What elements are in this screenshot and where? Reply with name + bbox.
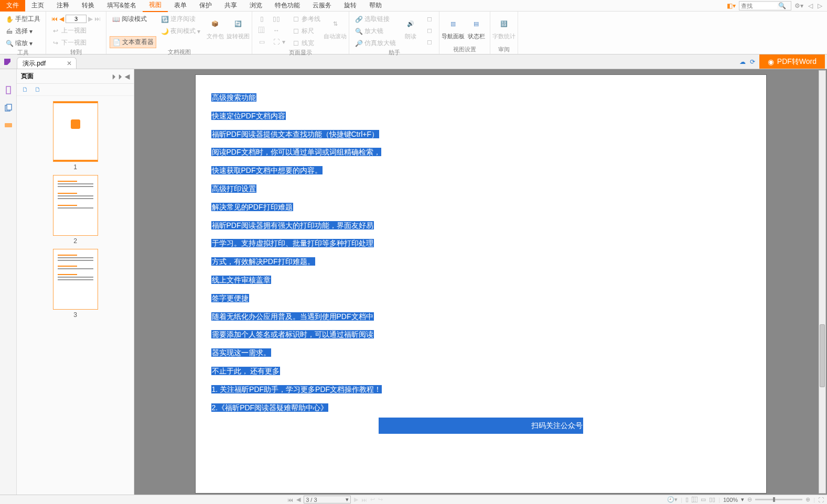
sb-layout1-icon[interactable]: ▯ [685,496,689,503]
zoom-slider[interactable] [755,499,802,500]
text-line: 快速定位PDF文档内容 [211,112,286,120]
reading-mode[interactable]: 📖阅读模式 [110,14,156,25]
guides-icon: ☐ [292,15,300,24]
menu-comment[interactable]: 注释 [50,0,76,12]
sb-zoom-in-icon[interactable]: ⊕ [805,496,810,503]
guides[interactable]: ☐参考线 [289,14,323,25]
document-viewer[interactable]: 高级搜索功能 快速定位PDF文档内容 福昕PDF阅读器提供文本查找功能（快捷键C… [134,69,827,495]
file-package[interactable]: 📦文件包 [205,14,225,43]
layout-1[interactable]: ▯ [255,14,268,24]
pick-link[interactable]: 🔗选取链接 [352,14,398,25]
assist-opt2[interactable]: ◻ [423,25,436,36]
prev-view[interactable]: ↩上一视图 [49,25,103,36]
document-tab[interactable]: 演示.pdf ✕ [17,57,77,69]
ribbon-group-viewset: ▥导航面板 ▤状态栏 视图设置 [439,12,490,54]
sim-magnifier[interactable]: 🔎仿真放大镜 [352,38,398,49]
close-tab-icon[interactable]: ✕ [67,60,72,67]
nav-collapse-icon[interactable]: ◀ [125,73,130,80]
thumbnail-1[interactable]: 1 [53,101,98,171]
bookmark-icon[interactable] [3,85,14,95]
speaker-icon: 🔊 [403,17,418,31]
next-view[interactable]: ↪下一视图 [49,37,103,48]
scrollbar-thumb[interactable] [820,324,825,387]
settings-icon[interactable]: ⚙▾ [793,2,805,9]
next-page-icon[interactable]: ▶ [88,15,93,23]
menu-browse[interactable]: 浏览 [243,0,268,12]
vertical-scrollbar[interactable] [819,70,826,494]
menu-share[interactable]: 共享 [218,0,243,12]
linewidth[interactable]: ☐线宽 [289,38,323,49]
menu-protect[interactable]: 保护 [193,0,218,12]
sb-next-icon[interactable]: ▶ [354,496,358,503]
sb-last-icon[interactable]: ⏭ [361,497,367,503]
nav-expand-icon[interactable]: ⏵⏵ [111,73,124,80]
layout-3[interactable]: ▭ [255,37,268,47]
hand-tool[interactable]: ✋手型工具 [3,14,42,25]
reverse-icon: 🔃 [160,15,169,24]
sb-first-icon[interactable]: ⏮ [287,497,293,503]
layout-4[interactable]: ▯▯ [270,14,287,24]
reverse-reading[interactable]: 🔃逆序阅读 [158,14,202,25]
pdf-to-word-button[interactable]: ◉ PDF转Word [759,54,825,69]
prev-page-icon[interactable]: ◀ [59,15,64,23]
search-icon[interactable]: 🔍 [777,2,787,9]
prev-match-icon[interactable]: ◁ [807,2,814,9]
menu-cloud[interactable]: 云服务 [306,0,338,12]
magnifier[interactable]: 🔍放大镜 [352,26,398,37]
sb-prev-view-icon[interactable]: ↩ [370,496,375,503]
sb-zoom-out-icon[interactable]: ⊖ [747,496,752,503]
assist-opt3[interactable]: ◻ [423,37,436,47]
search-input[interactable] [739,3,777,9]
opt3-icon: ◻ [425,38,434,46]
menu-help[interactable]: 帮助 [363,0,388,12]
reading-bg[interactable]: 🌙夜间模式▾ [158,26,202,37]
sb-layout2-icon[interactable]: ⿲ [692,497,697,503]
read-aloud[interactable]: 🔊朗读 [400,14,421,43]
layout-6[interactable]: ⛶▾ [270,37,287,47]
page-number-input[interactable] [66,15,87,23]
sb-page-selector[interactable]: 3 / 3▾ [304,496,351,503]
pages-icon[interactable] [3,103,14,113]
sb-next-view-icon[interactable]: ↪ [378,496,383,503]
auto-scroll[interactable]: ⇅自动滚动 [325,14,346,43]
sb-fullscreen-icon[interactable]: ⛶ [818,497,824,503]
menu-convert[interactable]: 转换 [76,0,101,12]
word-count[interactable]: 🔢字数统计 [493,14,514,43]
layout-2[interactable]: ⿲ [255,25,268,36]
search-options-icon[interactable]: ◧▾ [725,2,737,9]
nav-toolbar: 🗋 🗋 [17,84,134,96]
menu-features[interactable]: 特色功能 [268,0,306,12]
menu-home[interactable]: 主页 [25,0,50,12]
thumbnail-2[interactable]: 2 [53,175,98,245]
sb-layout4-icon[interactable]: ▯▯ [709,496,715,503]
assist-opt1[interactable]: ◻ [423,14,436,24]
zoom-tool[interactable]: 🔍缩放▾ [3,38,42,49]
thumb-opt2-icon[interactable]: 🗋 [35,86,41,93]
menu-form[interactable]: 表单 [168,0,193,12]
first-page-icon[interactable]: ⏮ [51,15,58,23]
thumbnail-3[interactable]: 3 [53,249,98,319]
menu-file[interactable]: 文件 [0,0,25,12]
select-tool[interactable]: 🖮选择▾ [3,26,42,37]
ruler[interactable]: ☐标尺 [289,26,323,37]
wordcount-icon: 🔢 [497,17,511,31]
ribbon-group-goto: ⏮ ◀ ▶ ⏭ ↩上一视图 ↪下一视图 转到 [46,12,106,54]
next-match-icon[interactable]: ▷ [816,2,824,9]
sb-clock-icon[interactable]: 🕘▾ [667,496,678,503]
menu-rotate[interactable]: 旋转 [338,0,363,12]
last-page-icon[interactable]: ⏭ [94,15,101,23]
menu-view[interactable]: 视图 [143,0,168,12]
menu-fillsign[interactable]: 填写&签名 [101,0,143,12]
cloud-sync-icon[interactable]: ☁ [739,58,746,65]
comments-icon[interactable] [3,120,14,131]
layout-5[interactable]: ↔ [270,25,287,36]
statusbar-toggle[interactable]: ▤状态栏 [466,14,487,43]
rotate-view[interactable]: 🔄旋转视图 [228,14,249,43]
group-label-assist: 助手 [352,49,436,56]
sb-prev-icon[interactable]: ◀ [296,496,300,503]
nav-panel-toggle[interactable]: ▥导航面板 [443,14,464,43]
thumb-opt1-icon[interactable]: 🗋 [22,86,28,93]
text-viewer[interactable]: 📄文本查看器 [110,36,156,48]
sb-layout3-icon[interactable]: ▭ [701,496,706,503]
refresh-icon[interactable]: ⟳ [750,58,755,65]
